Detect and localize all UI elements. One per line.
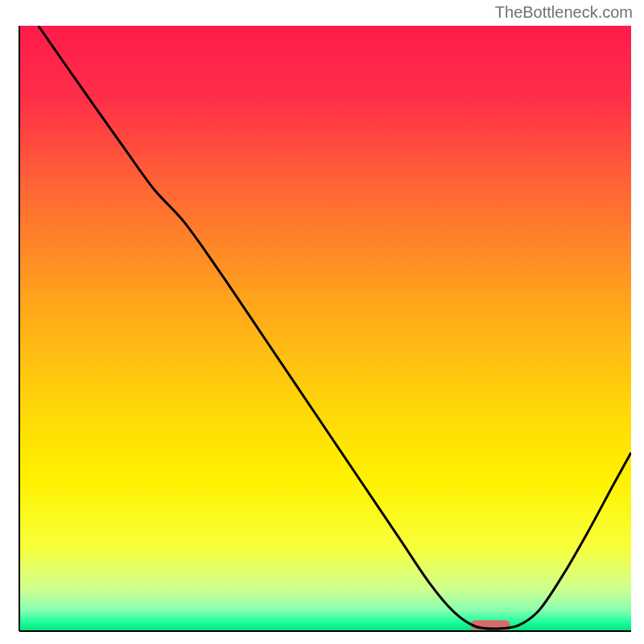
- bottleneck-chart: [0, 0, 644, 644]
- chart-container: { "watermark": "TheBottleneck.com", "cha…: [0, 0, 644, 644]
- watermark-text: TheBottleneck.com: [495, 3, 633, 22]
- heat-gradient: [19, 26, 631, 631]
